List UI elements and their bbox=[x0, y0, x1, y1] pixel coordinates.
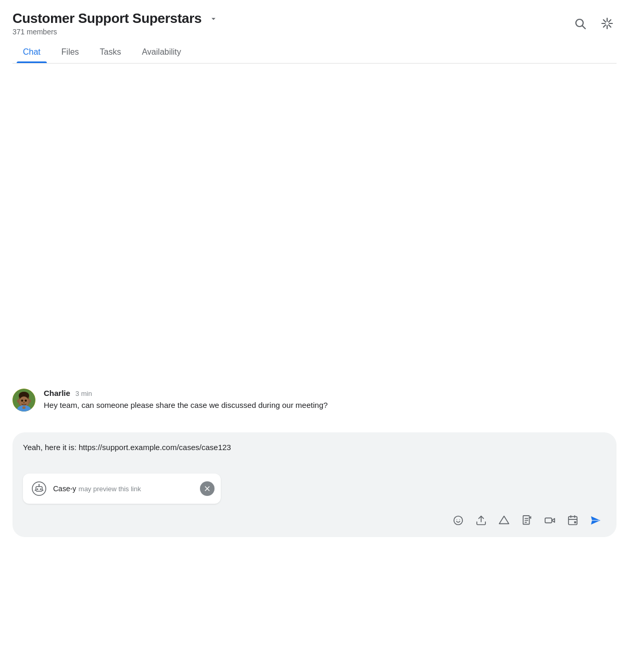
upload-button[interactable] bbox=[471, 510, 492, 531]
calendar-icon bbox=[567, 515, 578, 526]
tab-files[interactable]: Files bbox=[51, 42, 90, 63]
video-button[interactable] bbox=[539, 510, 560, 531]
link-preview-name-area: Case-y may preview this link bbox=[53, 484, 141, 493]
svg-rect-35 bbox=[569, 517, 577, 525]
title-area: Customer Support Superstars 371 members bbox=[12, 10, 221, 36]
members-count: 371 members bbox=[12, 28, 221, 36]
case-y-icon bbox=[32, 481, 46, 496]
message-row: Charlie 3 min Hey team, can someone plea… bbox=[12, 389, 617, 412]
svg-point-7 bbox=[29, 400, 31, 403]
link-preview-icon bbox=[31, 481, 47, 496]
avatar-image bbox=[12, 389, 35, 412]
new-doc-icon bbox=[521, 515, 533, 526]
group-dropdown-btn[interactable] bbox=[206, 11, 221, 27]
chat-spacer bbox=[12, 72, 617, 389]
compose-toolbar bbox=[23, 510, 606, 531]
link-preview-name: Case-y bbox=[53, 484, 76, 493]
pin-icon bbox=[601, 17, 613, 30]
link-preview-close-button[interactable] bbox=[200, 481, 215, 496]
svg-point-24 bbox=[454, 516, 463, 525]
drive-button[interactable] bbox=[494, 510, 514, 531]
tab-chat[interactable]: Chat bbox=[12, 42, 51, 63]
link-preview: Case-y may preview this link bbox=[23, 474, 221, 504]
tabs: Chat Files Tasks Availability bbox=[12, 42, 617, 64]
compose-input[interactable] bbox=[23, 442, 606, 465]
svg-rect-15 bbox=[22, 406, 26, 409]
svg-rect-34 bbox=[545, 518, 552, 522]
sender-name: Charlie bbox=[44, 389, 70, 397]
new-doc-button[interactable] bbox=[517, 510, 537, 531]
message-content: Charlie 3 min Hey team, can someone plea… bbox=[44, 389, 617, 412]
svg-point-25 bbox=[457, 519, 457, 520]
message-time: 3 min bbox=[76, 390, 92, 397]
avatar bbox=[12, 389, 35, 412]
tab-tasks[interactable]: Tasks bbox=[90, 42, 132, 63]
emoji-button[interactable] bbox=[448, 510, 469, 531]
svg-point-18 bbox=[37, 489, 39, 490]
header-top: Customer Support Superstars 371 members bbox=[12, 10, 617, 36]
svg-rect-39 bbox=[574, 521, 576, 524]
group-title-container: Customer Support Superstars 371 members bbox=[12, 10, 221, 36]
pin-button[interactable] bbox=[598, 14, 617, 33]
search-button[interactable] bbox=[571, 14, 589, 33]
header: Customer Support Superstars 371 members bbox=[0, 0, 629, 64]
close-icon bbox=[203, 484, 211, 493]
video-icon bbox=[544, 515, 556, 526]
upload-icon bbox=[475, 515, 487, 526]
svg-point-19 bbox=[40, 489, 42, 490]
svg-point-12 bbox=[25, 400, 26, 401]
link-preview-desc: may preview this link bbox=[79, 485, 141, 493]
group-title: Customer Support Superstars bbox=[12, 10, 202, 27]
svg-line-1 bbox=[583, 26, 586, 29]
calendar-button[interactable] bbox=[562, 510, 583, 531]
emoji-icon bbox=[452, 515, 464, 526]
header-actions bbox=[571, 14, 617, 33]
svg-point-21 bbox=[39, 484, 40, 485]
send-button[interactable] bbox=[585, 510, 606, 531]
svg-point-13 bbox=[23, 402, 25, 404]
send-icon bbox=[589, 514, 602, 527]
chat-area: Charlie 3 min Hey team, can someone plea… bbox=[0, 64, 629, 428]
message-header: Charlie 3 min bbox=[44, 389, 617, 397]
tab-availability[interactable]: Availability bbox=[131, 42, 191, 63]
chevron-down-icon bbox=[209, 14, 218, 23]
svg-point-11 bbox=[21, 400, 22, 401]
svg-rect-28 bbox=[523, 516, 530, 525]
search-icon bbox=[574, 17, 586, 30]
message-text: Hey team, can someone please share the c… bbox=[44, 400, 617, 412]
svg-point-26 bbox=[459, 519, 460, 520]
svg-point-6 bbox=[17, 400, 20, 403]
compose-area: Case-y may preview this link bbox=[12, 432, 617, 537]
drive-icon bbox=[498, 515, 510, 526]
svg-point-16 bbox=[32, 482, 46, 495]
